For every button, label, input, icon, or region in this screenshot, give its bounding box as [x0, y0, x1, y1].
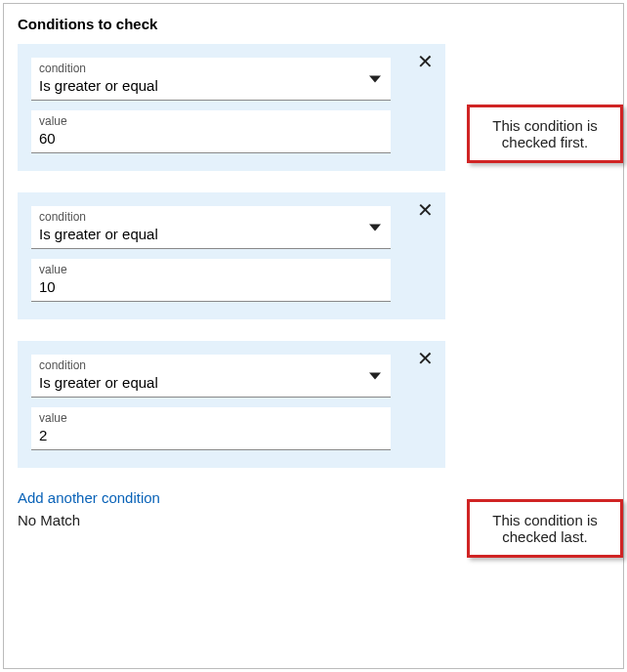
condition-select[interactable]: condition Is greater or equal: [31, 206, 391, 249]
close-icon[interactable]: ✕: [414, 200, 436, 222]
value-input[interactable]: value 60: [31, 110, 391, 153]
field-value: 60: [39, 128, 383, 147]
close-icon[interactable]: ✕: [414, 349, 436, 370]
panel-title: Conditions to check: [18, 16, 609, 32]
chevron-down-icon: [369, 224, 381, 231]
field-value: 10: [39, 276, 383, 295]
callout-first: This condition is checked first.: [467, 105, 623, 163]
field-label: condition: [39, 358, 383, 372]
conditions-panel: Conditions to check ✕ condition Is great…: [3, 3, 624, 669]
value-input[interactable]: value 10: [31, 259, 391, 302]
field-value: 2: [39, 425, 383, 443]
value-input[interactable]: value 2: [31, 407, 391, 450]
field-label: condition: [39, 210, 383, 224]
condition-card: ✕ condition Is greater or equal value 60: [18, 44, 445, 171]
field-value: Is greater or equal: [39, 75, 383, 94]
callout-last: This condition is checked last.: [467, 499, 623, 558]
condition-select[interactable]: condition Is greater or equal: [31, 355, 391, 398]
field-label: value: [39, 411, 383, 425]
field-label: value: [39, 263, 383, 276]
field-value: Is greater or equal: [39, 372, 383, 391]
field-label: value: [39, 114, 383, 128]
chevron-down-icon: [369, 372, 381, 379]
conditions-list: ✕ condition Is greater or equal value 60…: [18, 44, 609, 468]
condition-card: ✕ condition Is greater or equal value 2: [18, 341, 445, 468]
close-icon[interactable]: ✕: [414, 52, 436, 73]
field-value: Is greater or equal: [39, 224, 383, 242]
condition-select[interactable]: condition Is greater or equal: [31, 58, 391, 101]
chevron-down-icon: [369, 75, 381, 82]
condition-card: ✕ condition Is greater or equal value 10: [18, 192, 445, 319]
field-label: condition: [39, 62, 383, 75]
